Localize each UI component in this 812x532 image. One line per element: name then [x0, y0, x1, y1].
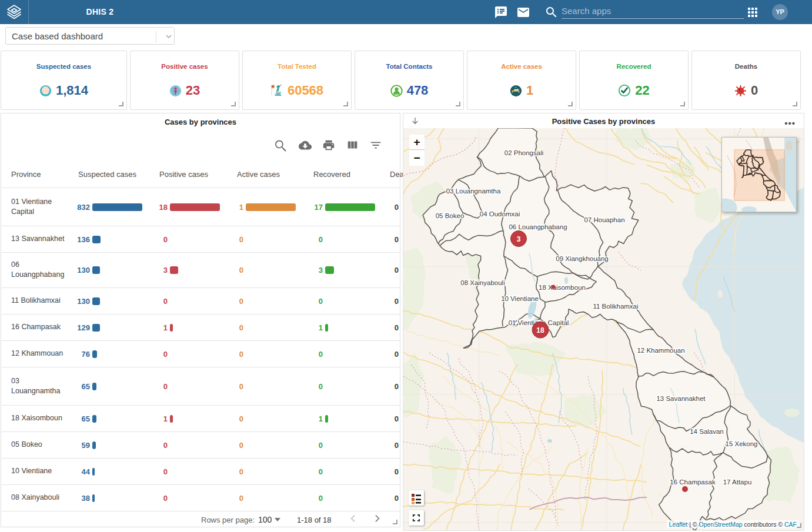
- svg-text:18: 18: [536, 326, 544, 334]
- svg-text:03 Louangnamtha: 03 Louangnamtha: [446, 188, 501, 195]
- svg-text:17 Attapu: 17 Attapu: [723, 479, 752, 486]
- svg-text:3: 3: [517, 235, 521, 243]
- svg-text:09 Xiangkhouang: 09 Xiangkhouang: [556, 255, 609, 262]
- svg-text:11 Bolikhamxai: 11 Bolikhamxai: [593, 303, 638, 310]
- svg-text:18 Xaisomboun: 18 Xaisomboun: [539, 284, 586, 291]
- svg-text:07 Houaphan: 07 Houaphan: [584, 216, 624, 223]
- svg-text:12 Khammouan: 12 Khammouan: [637, 347, 684, 354]
- svg-text:14 Salavan: 14 Salavan: [690, 428, 724, 435]
- svg-text:08 Xainyabouli: 08 Xainyabouli: [460, 279, 504, 286]
- svg-text:06 Louangphabang: 06 Louangphabang: [509, 223, 567, 230]
- svg-text:10 Vientiane: 10 Vientiane: [501, 295, 539, 302]
- svg-text:16 Champasak: 16 Champasak: [670, 479, 716, 486]
- svg-text:05 Bokeo: 05 Bokeo: [436, 212, 465, 219]
- svg-text:02 Phongsali: 02 Phongsali: [504, 149, 544, 156]
- svg-text:15 Xekong: 15 Xekong: [726, 440, 758, 447]
- svg-text:04 Oudomxai: 04 Oudomxai: [480, 210, 520, 218]
- svg-text:13 Savannakhet: 13 Savannakhet: [656, 395, 706, 402]
